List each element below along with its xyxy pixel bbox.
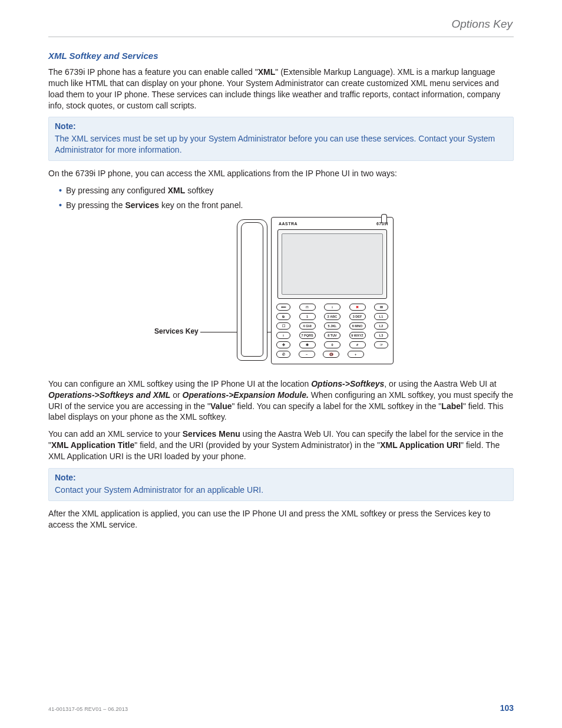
page-footer: 41-001317-05 REV01 – 06.2013 103 xyxy=(48,703,514,714)
key-l2: L2 xyxy=(374,322,388,330)
key-1: 1 xyxy=(299,313,316,320)
keypad: ⟸ ⊓ i ✖ ✉ ⧉ 1 2 ABC 3 DEF L1 ☐ xyxy=(276,304,388,360)
document-page: Options Key XML Softkey and Services The… xyxy=(0,0,562,728)
key-star: ✱ xyxy=(299,341,316,348)
key-options-icon: ✥ xyxy=(276,341,290,348)
closing-paragraph: After the XML application is applied, yo… xyxy=(48,508,514,531)
key-4: 4 GHI xyxy=(299,322,316,330)
note-box-2: Note: Contact your System Administrator … xyxy=(48,468,514,501)
access-bullets: By pressing any configured XML softkey B… xyxy=(48,185,514,211)
running-head: Options Key xyxy=(48,17,514,32)
key-8: 8 TUV xyxy=(324,332,340,339)
section-title: XML Softkey and Services xyxy=(48,50,514,62)
add-service-paragraph: You can add an XML service to your Servi… xyxy=(48,429,514,462)
callout-label: Services Key xyxy=(154,327,199,336)
brand-right: 6739i xyxy=(376,221,388,226)
key-mute-icon: 🔇 xyxy=(323,351,339,358)
phone-illustration: AASTRA 6739i ⟸ ⊓ i ✖ ✉ ⧉ 1 xyxy=(237,217,402,368)
note-title: Note: xyxy=(55,121,507,132)
key-l1: L1 xyxy=(374,313,388,320)
note-body: The XML services must be set up by your … xyxy=(55,133,507,156)
header-rule xyxy=(48,37,514,37)
access-intro: On the 6739i IP phone, you can access th… xyxy=(48,168,514,179)
key-conf-icon: ☐ xyxy=(276,322,290,330)
key-vol-down: − xyxy=(299,351,315,358)
key-transfer-icon: ⧉ xyxy=(276,313,290,320)
brand-left: AASTRA xyxy=(279,221,297,226)
key-7: 7 PQRS xyxy=(299,332,316,339)
note-body: Contact your System Administrator for an… xyxy=(55,485,507,496)
key-headset-icon: ✆ xyxy=(276,351,290,358)
key-voicemail-icon: ✉ xyxy=(374,304,388,311)
list-item: By pressing any configured XML softkey xyxy=(59,185,514,196)
phone-screen xyxy=(277,229,387,299)
key-6: 6 MNO xyxy=(349,322,366,330)
key-5: 5 JKL xyxy=(324,322,340,330)
phone-diagram: Services Key AASTRA 6739i ⟸ ⊓ i xyxy=(48,217,514,370)
key-hold-icon: ⟸ xyxy=(276,304,290,311)
key-goodbye-icon: ⊓ xyxy=(299,304,316,311)
config-paragraph: You can configure an XML softkey using t… xyxy=(48,378,514,423)
key-services-icon: i xyxy=(276,332,290,339)
key-2: 2 ABC xyxy=(324,313,340,320)
key-3: 3 DEF xyxy=(349,313,366,320)
note-box-1: Note: The XML services must be set up by… xyxy=(48,117,514,161)
list-item: By pressing the Services key on the fron… xyxy=(59,200,514,211)
footer-doc-id: 41-001317-05 REV01 – 06.2013 xyxy=(48,706,128,713)
key-0: 0 xyxy=(324,341,340,348)
key-l3: L3 xyxy=(374,332,388,339)
key-hangup-icon: ✖ xyxy=(349,304,366,311)
phone-base: AASTRA 6739i ⟸ ⊓ i ✖ ✉ ⧉ 1 xyxy=(271,217,394,364)
key-vol-up: + xyxy=(348,351,364,358)
intro-paragraph: The 6739i IP phone has a feature you can… xyxy=(48,67,514,111)
brand-row: AASTRA 6739i xyxy=(279,221,388,226)
handset-icon xyxy=(237,219,267,361)
key-info-icon: i xyxy=(324,304,340,311)
page-number: 103 xyxy=(500,703,514,714)
screen-inner xyxy=(282,233,383,295)
key-speaker-icon: ☞ xyxy=(374,341,388,348)
key-9: 9 WXYZ xyxy=(349,332,366,339)
key-hash: # xyxy=(349,341,366,348)
note-title: Note: xyxy=(55,472,507,483)
